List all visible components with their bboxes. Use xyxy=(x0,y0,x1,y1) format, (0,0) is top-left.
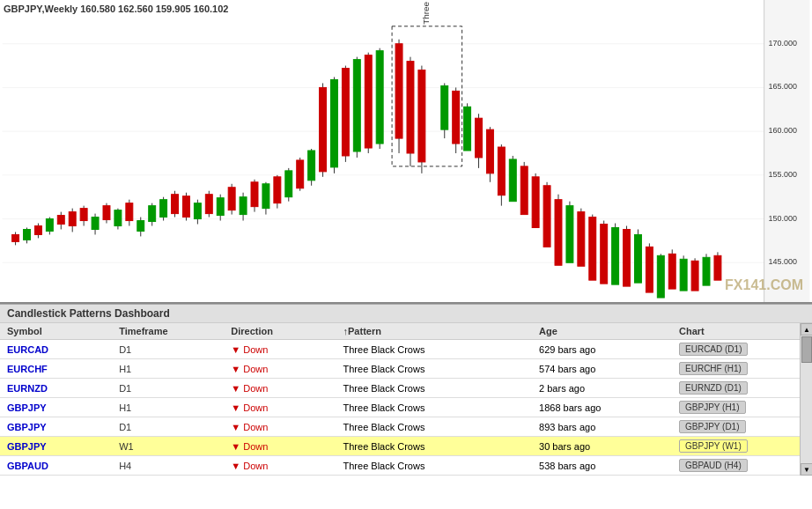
svg-text:Three Black Crows: Three Black Crows xyxy=(421,0,431,25)
col-direction[interactable]: Direction xyxy=(224,323,336,340)
cell-age: 30 bars ago xyxy=(532,437,672,456)
svg-rect-22 xyxy=(92,218,99,230)
col-timeframe[interactable]: Timeframe xyxy=(112,323,224,340)
svg-rect-30 xyxy=(137,221,144,232)
svg-rect-124 xyxy=(634,234,641,283)
svg-rect-93 xyxy=(476,118,483,158)
watermark: FX141.COM xyxy=(725,277,803,293)
cell-direction: ▼ Down xyxy=(224,398,336,417)
chart-button[interactable]: GBPJPY (D1) xyxy=(679,420,746,433)
cell-symbol[interactable]: EURCHF xyxy=(0,359,112,379)
cell-timeframe: D1 xyxy=(112,340,224,359)
patterns-table: Symbol Timeframe Direction ↑Pattern Age … xyxy=(0,323,812,476)
table-row: GBPJPYH1▼ DownThree Black Crows1868 bars… xyxy=(0,398,812,417)
cell-pattern: Three Black Crows xyxy=(336,340,533,359)
col-pattern[interactable]: ↑Pattern xyxy=(336,323,533,340)
svg-text:165.000: 165.000 xyxy=(769,82,797,91)
cell-timeframe: H4 xyxy=(112,456,224,476)
svg-rect-79 xyxy=(407,62,414,153)
svg-rect-108 xyxy=(543,186,550,247)
svg-rect-66 xyxy=(342,69,349,156)
cell-age: 629 bars ago xyxy=(532,340,672,359)
cell-pattern: Three Black Crows xyxy=(336,437,533,456)
cell-timeframe: W1 xyxy=(112,437,224,456)
chart-button[interactable]: EURCHF (H1) xyxy=(679,362,748,375)
col-chart[interactable]: Chart xyxy=(672,323,812,340)
cell-symbol[interactable]: GBPJPY xyxy=(0,417,112,437)
svg-rect-60 xyxy=(308,151,315,181)
cell-chart[interactable]: EURCHF (H1) xyxy=(672,359,812,379)
svg-rect-126 xyxy=(646,247,653,292)
cell-symbol[interactable]: GBPJPY xyxy=(0,398,112,417)
svg-rect-104 xyxy=(520,166,528,215)
cell-timeframe: D1 xyxy=(112,417,224,437)
cell-symbol[interactable]: GBPJPY xyxy=(0,437,112,456)
svg-rect-56 xyxy=(285,171,292,197)
cell-pattern: Three Black Crows xyxy=(336,417,533,437)
svg-rect-20 xyxy=(80,209,87,221)
svg-rect-116 xyxy=(589,218,596,281)
table-row: EURCADD1▼ DownThree Black Crows629 bars … xyxy=(0,340,812,359)
svg-rect-54 xyxy=(274,177,281,203)
svg-rect-52 xyxy=(262,184,269,209)
svg-rect-28 xyxy=(126,203,133,221)
cell-symbol[interactable]: EURNZD xyxy=(0,379,112,398)
cell-chart[interactable]: GBPJPY (H1) xyxy=(672,398,812,417)
dashboard-title: Candlestick Patterns Dashboard xyxy=(0,305,812,323)
cell-pattern: Three Black Crows xyxy=(336,398,533,417)
svg-rect-82 xyxy=(418,70,425,162)
svg-rect-96 xyxy=(486,129,493,173)
cell-direction: ▼ Down xyxy=(224,359,336,379)
cell-symbol[interactable]: GBPAUD xyxy=(0,456,112,476)
cell-chart[interactable]: GBPJPY (W1) xyxy=(672,437,812,456)
svg-rect-102 xyxy=(509,159,516,202)
svg-rect-40 xyxy=(194,203,201,219)
table-row: GBPAUDH4▼ DownThree Black Crows538 bars … xyxy=(0,456,812,476)
cell-direction: ▼ Down xyxy=(224,340,336,359)
cell-chart[interactable]: GBPJPY (D1) xyxy=(672,417,812,437)
chart-button[interactable]: GBPJPY (H1) xyxy=(679,401,746,414)
svg-rect-136 xyxy=(703,257,710,285)
cell-age: 1868 bars ago xyxy=(532,398,672,417)
cell-timeframe: D1 xyxy=(112,379,224,398)
col-age[interactable]: Age xyxy=(532,323,672,340)
scrollbar[interactable]: ▲ ▼ xyxy=(800,323,812,476)
table-row: GBPJPYW1▼ DownThree Black Crows30 bars a… xyxy=(0,437,812,456)
svg-rect-76 xyxy=(395,44,402,138)
svg-rect-118 xyxy=(601,225,608,284)
svg-text:145.000: 145.000 xyxy=(769,257,797,266)
svg-rect-122 xyxy=(624,229,631,286)
svg-rect-110 xyxy=(555,200,562,266)
table-row: EURCHFH1▼ DownThree Black Crows574 bars … xyxy=(0,359,812,379)
cell-chart[interactable]: GBPAUD (H4) xyxy=(672,456,812,476)
cell-direction: ▼ Down xyxy=(224,456,336,476)
chart-button[interactable]: GBPAUD (H4) xyxy=(679,459,748,472)
svg-rect-32 xyxy=(149,206,156,222)
svg-rect-132 xyxy=(680,259,687,291)
chart-button[interactable]: GBPJPY (W1) xyxy=(679,439,748,453)
cell-direction: ▼ Down xyxy=(224,437,336,456)
cell-pattern: Three Black Crows xyxy=(336,456,533,476)
cell-chart[interactable]: EURCAD (D1) xyxy=(672,340,812,359)
chart-button[interactable]: EURNZD (D1) xyxy=(679,381,748,395)
scrollbar-thumb[interactable] xyxy=(801,336,812,363)
scroll-up-button[interactable]: ▲ xyxy=(801,323,812,336)
svg-rect-88 xyxy=(453,91,460,144)
cell-symbol[interactable]: EURCAD xyxy=(0,340,112,359)
svg-text:160.000: 160.000 xyxy=(769,126,797,135)
cell-chart[interactable]: EURNZD (D1) xyxy=(672,379,812,398)
svg-rect-36 xyxy=(172,195,179,214)
svg-rect-26 xyxy=(114,210,122,226)
svg-text:170.000: 170.000 xyxy=(769,39,797,48)
svg-rect-130 xyxy=(668,254,675,289)
col-symbol[interactable]: Symbol xyxy=(0,323,112,340)
svg-rect-112 xyxy=(566,206,573,263)
chart-title: GBPJPY,Weekly 160.580 162.560 159.905 16… xyxy=(4,4,228,14)
table-row: EURNZDD1▼ DownThree Black Crows2 bars ag… xyxy=(0,379,812,398)
svg-rect-106 xyxy=(532,177,539,228)
scroll-down-button[interactable]: ▼ xyxy=(801,463,812,476)
svg-rect-50 xyxy=(251,182,258,207)
svg-rect-42 xyxy=(205,195,212,214)
chart-button[interactable]: EURCAD (D1) xyxy=(679,343,748,356)
cell-age: 893 bars ago xyxy=(532,417,672,437)
